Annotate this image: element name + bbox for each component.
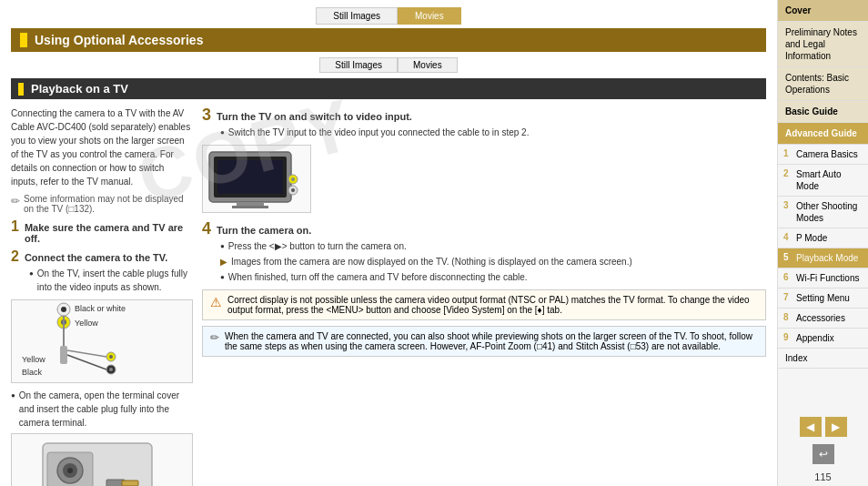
step-4-num: 4 [202, 220, 211, 237]
step-2-body2: ● On the camera, open the terminal cover… [11, 389, 193, 430]
svg-text:Black: Black [22, 368, 43, 377]
label-other-shooting: Other Shooting Modes [796, 200, 863, 224]
num-3: 3 [783, 200, 792, 210]
intro-text: Connecting the camera to a TV with the A… [11, 106, 193, 188]
warning-box: ⚠ Correct display is not possible unless… [202, 289, 766, 320]
label-camera-basics: Camera Basics [796, 148, 858, 160]
sidebar-item-camera-basics[interactable]: 1 Camera Basics [778, 145, 868, 165]
step-2-num: 2 [11, 249, 19, 264]
sidebar-item-cover[interactable]: Cover [778, 0, 868, 22]
step-1: 1 Make sure the camera and TV are off. [11, 219, 193, 244]
num-4: 4 [783, 232, 792, 242]
label-accessories: Accessories [796, 312, 845, 324]
nav-next-button[interactable]: ▶ [825, 417, 847, 437]
label-smart-auto: Smart Auto Mode [796, 168, 863, 192]
svg-rect-7 [60, 346, 67, 364]
step-3: 3 Turn the TV on and switch to video inp… [202, 106, 766, 139]
sidebar-item-wifi[interactable]: 6 Wi-Fi Functions [778, 268, 868, 289]
label-setting-menu: Setting Menu [796, 292, 850, 304]
sidebar-item-smart-auto[interactable]: 2 Smart Auto Mode [778, 165, 868, 197]
nav-back-button[interactable]: ↩ [812, 444, 834, 464]
label-playback: Playback Mode [796, 252, 858, 264]
content-area: Connecting the camera to a TV with the A… [11, 106, 766, 486]
num-2: 2 [783, 168, 792, 178]
svg-point-4 [61, 307, 66, 312]
num-9: 9 [783, 332, 792, 342]
step-1-num: 1 [11, 219, 19, 234]
svg-text:Yellow: Yellow [75, 319, 98, 328]
step-4: 4 Turn the camera on. ● Press the <▶> bu… [202, 220, 766, 284]
sidebar-item-appendix[interactable]: 9 Appendix [778, 329, 868, 349]
num-8: 8 [783, 312, 792, 322]
sub-header-tabs: Still Images Movies [11, 57, 766, 73]
svg-line-15 [67, 355, 106, 370]
page-number: 115 [778, 468, 868, 486]
sidebar-item-other-shooting[interactable]: 3 Other Shooting Modes [778, 197, 868, 228]
svg-point-13 [109, 368, 113, 371]
svg-rect-25 [217, 160, 283, 194]
main-content: COPY Still Images Movies Using Optional … [0, 0, 777, 486]
num-7: 7 [783, 292, 792, 302]
tip-text: When the camera and TV are connected, yo… [225, 331, 758, 351]
step-1-title: Make sure the camera and TV are off. [25, 222, 193, 244]
step-2-bullet-1: ● On the TV, insert the cable plugs full… [29, 267, 193, 294]
warning-text: Correct display is not possible unless t… [227, 295, 758, 315]
step-3-num: 3 [202, 106, 211, 123]
sidebar-item-setting-menu[interactable]: 7 Setting Menu [778, 289, 868, 309]
pencil-icon-note: ✏ [11, 195, 20, 208]
step-3-title: Turn the TV on and switch to video input… [217, 111, 412, 122]
num-1: 1 [783, 148, 792, 158]
sidebar-item-p-mode[interactable]: 4 P Mode [778, 228, 868, 248]
svg-point-11 [109, 355, 113, 359]
sidebar-item-playback[interactable]: 5 Playback Mode [778, 248, 868, 268]
svg-point-29 [291, 177, 295, 181]
label-wifi: Wi-Fi Functions [796, 272, 859, 284]
svg-point-31 [291, 188, 295, 192]
cable-diagram: Black or white Yellow [11, 299, 193, 383]
right-column: 3 Turn the TV on and switch to video inp… [202, 106, 766, 486]
svg-rect-22 [122, 481, 138, 486]
sidebar-item-contents[interactable]: Contents: Basic Operations [778, 67, 868, 101]
sidebar-item-basic-guide[interactable]: Basic Guide [778, 101, 868, 123]
svg-point-20 [67, 468, 73, 473]
svg-line-14 [67, 350, 106, 357]
num-6: 6 [783, 272, 792, 282]
sidebar-item-advanced-guide[interactable]: Advanced Guide [778, 123, 868, 145]
label-black-white: Black or white [75, 304, 126, 313]
header-tabs: Still Images Movies [11, 7, 766, 25]
tip-box: ✏ When the camera and TV are connected, … [202, 326, 766, 357]
tab-movies[interactable]: Movies [398, 7, 461, 25]
nav-prev-button[interactable]: ◀ [800, 417, 822, 437]
connector-svg-area: Black or white Yellow [20, 300, 184, 382]
sidebar: Cover Preliminary Notes and Legal Inform… [777, 0, 868, 486]
svg-text:Yellow: Yellow [22, 355, 45, 364]
nav-arrows: ◀ ▶ [778, 410, 868, 444]
pencil-icon-tip: ✏ [210, 331, 219, 351]
note-box: ✏ Some information may not be displayed … [11, 194, 193, 214]
label-appendix: Appendix [796, 332, 834, 344]
section-title-bar: Using Optional Accessories [11, 28, 766, 52]
tab-still-images[interactable]: Still Images [316, 7, 398, 25]
step-2: 2 Connect the camera to the TV. ● On the… [11, 249, 193, 294]
sidebar-item-prelim[interactable]: Preliminary Notes and Legal Information [778, 22, 868, 67]
svg-rect-27 [232, 206, 268, 208]
num-5: 5 [783, 252, 792, 262]
step-2-title: Connect the camera to the TV. [25, 252, 167, 263]
step-4-title: Turn the camera on. [217, 225, 311, 236]
tv-image [202, 145, 311, 213]
warning-icon: ⚠ [210, 295, 222, 315]
camera-terminal-diagram [11, 433, 193, 486]
sub-tab-movies[interactable]: Movies [398, 57, 458, 73]
label-p-mode: P Mode [796, 232, 827, 244]
title-marker [20, 33, 27, 47]
left-column: Connecting the camera to a TV with the A… [11, 106, 193, 486]
note-text: Some information may not be displayed on… [24, 194, 193, 214]
section-title: Using Optional Accessories [35, 33, 203, 47]
sidebar-item-accessories[interactable]: 8 Accessories [778, 309, 868, 329]
sub-tab-still-images[interactable]: Still Images [319, 57, 398, 73]
sub-title-marker [18, 83, 24, 96]
sidebar-item-index[interactable]: Index [778, 349, 868, 369]
sub-section-title: Playback on a TV [11, 78, 766, 99]
